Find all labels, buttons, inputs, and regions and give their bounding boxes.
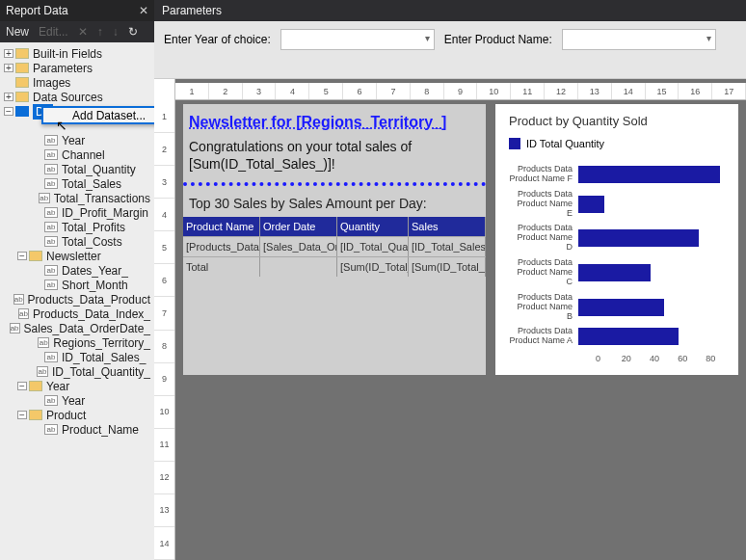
chart-bar-row: Products Data Product Name E bbox=[509, 190, 725, 219]
congrats-line2: [Sum(ID_Total_Sales_)]! bbox=[189, 156, 335, 172]
folder-icon bbox=[15, 92, 29, 102]
top30-heading[interactable]: Top 30 Sales by Sales Amount per Day: bbox=[183, 186, 486, 217]
panel-title: Report Data bbox=[6, 4, 139, 17]
tree-data-sources[interactable]: +Data Sources bbox=[0, 90, 154, 104]
tree-newsletter[interactable]: −Newsletter bbox=[0, 249, 154, 263]
tree-field[interactable]: abProduct_Name bbox=[0, 422, 154, 437]
tree-field[interactable]: abTotal_Sales bbox=[0, 176, 154, 191]
bar-label: Products Data Product Name D bbox=[509, 224, 578, 253]
folder-icon bbox=[15, 77, 29, 88]
bar bbox=[578, 264, 651, 281]
field-icon: ab bbox=[44, 395, 58, 406]
move-down-icon: ↓ bbox=[113, 25, 119, 39]
tree-field[interactable]: abProducts_Data_Product bbox=[0, 292, 154, 307]
tree-product[interactable]: −Product bbox=[0, 408, 154, 422]
vertical-ruler: 1234567891011121314 bbox=[154, 79, 175, 560]
chart-x-axis: 020406080 bbox=[584, 352, 725, 365]
design-surface[interactable]: 1234567891011121314151617 12345678910111… bbox=[154, 79, 746, 560]
tree-parameters[interactable]: +Parameters bbox=[0, 61, 154, 75]
report-data-panel: Report Data ✕ New Edit... ✕ ↑ ↓ ↻ +Built… bbox=[0, 0, 154, 560]
field-icon: ab bbox=[44, 424, 58, 435]
bar-label: Products Data Product Name B bbox=[509, 293, 578, 322]
field-icon: ab bbox=[18, 308, 29, 319]
cursor-icon: ↖ bbox=[56, 118, 67, 133]
congrats-line1: Congratulations on your total sales of bbox=[189, 139, 412, 154]
chart-legend: ID Total Quantity bbox=[509, 138, 725, 149]
param1-label: Enter Year of choice: bbox=[164, 29, 271, 46]
bar bbox=[578, 166, 720, 183]
parameters-bar: Enter Year of choice: Enter Product Name… bbox=[154, 21, 746, 79]
field-icon: ab bbox=[44, 207, 58, 218]
chart-title: Product by Quantity Sold bbox=[509, 114, 725, 128]
field-icon: ab bbox=[13, 294, 24, 305]
bar-label: Products Data Product Name C bbox=[509, 258, 578, 287]
sales-table[interactable]: Product Name Order Date Quantity Sales [… bbox=[183, 217, 486, 277]
tree-field[interactable]: abTotal_Costs bbox=[0, 234, 154, 249]
tree-field[interactable]: abChannel bbox=[0, 147, 154, 162]
tree-field[interactable]: abID_Total_Quantity_ bbox=[0, 364, 154, 379]
col-sales: Sales bbox=[409, 217, 486, 236]
close-icon[interactable]: ✕ bbox=[139, 4, 148, 17]
legend-swatch bbox=[509, 138, 520, 149]
table-header-row: Product Name Order Date Quantity Sales bbox=[183, 217, 486, 236]
tree-field[interactable]: abShort_Month bbox=[0, 278, 154, 292]
tree-field[interactable]: abTotal_Profits bbox=[0, 220, 154, 234]
report-data-tree: +Built-in Fields +Parameters Images +Dat… bbox=[0, 42, 154, 560]
tree-builtin-fields[interactable]: +Built-in Fields bbox=[0, 46, 154, 61]
chart-bar-row: Products Data Product Name B bbox=[509, 293, 725, 322]
tree-field[interactable]: abDates_Year_ bbox=[0, 263, 154, 278]
field-icon: ab bbox=[44, 265, 58, 276]
refresh-icon[interactable]: ↻ bbox=[128, 25, 138, 39]
folder-icon bbox=[15, 48, 29, 59]
field-icon: ab bbox=[39, 193, 50, 203]
table-row[interactable]: [Products_Data [Sales_Data_Or [ID_Total_… bbox=[183, 236, 486, 256]
tree-field[interactable]: abProducts_Data_Index_ bbox=[0, 307, 154, 321]
report-body[interactable]: Newsletter for [Regions_Territory_] Cong… bbox=[183, 104, 486, 375]
chart-bar-row: Products Data Product Name F bbox=[509, 165, 725, 184]
field-icon: ab bbox=[38, 337, 49, 348]
chart-bar-row: Products Data Product Name C bbox=[509, 258, 725, 287]
bar bbox=[578, 299, 664, 316]
tree-field[interactable]: abID_Profit_Margin bbox=[0, 205, 154, 220]
newsletter-title[interactable]: Newsletter for [Regions_Territory_] bbox=[183, 104, 486, 139]
tree-field[interactable]: abRegions_Territory_ bbox=[0, 335, 154, 350]
field-icon: ab bbox=[44, 178, 58, 189]
tree-field[interactable]: abYear bbox=[0, 393, 154, 408]
tree-field[interactable]: abID_Total_Sales_ bbox=[0, 350, 154, 364]
param1-input[interactable] bbox=[280, 29, 435, 50]
tree-field[interactable]: abTotal_Transactions bbox=[0, 191, 154, 205]
parameters-header: Parameters bbox=[154, 0, 746, 21]
new-button[interactable]: New bbox=[6, 25, 29, 39]
chart-bar-row: Products Data Product Name A bbox=[509, 327, 725, 346]
tree-year[interactable]: −Year bbox=[0, 379, 154, 393]
bar-label: Products Data Product Name A bbox=[509, 327, 578, 346]
field-icon: ab bbox=[44, 280, 58, 290]
col-orderdate: Order Date bbox=[260, 217, 337, 236]
bar bbox=[578, 328, 679, 345]
tree-field[interactable]: abSales_Data_OrderDate_ bbox=[0, 321, 154, 335]
move-up-icon: ↑ bbox=[97, 25, 103, 39]
field-icon: ab bbox=[10, 323, 20, 333]
param2-label: Enter Product Name: bbox=[444, 29, 552, 46]
folder-icon bbox=[29, 381, 42, 391]
chart-product-quantity[interactable]: Product by Quantity Sold ID Total Quanti… bbox=[495, 104, 738, 375]
tree-field[interactable]: abTotal_Quantity bbox=[0, 162, 154, 176]
tree-field[interactable]: abYear bbox=[0, 133, 154, 147]
field-icon: ab bbox=[44, 222, 58, 232]
field-icon: ab bbox=[37, 366, 48, 377]
edit-button: Edit... bbox=[39, 25, 68, 39]
field-icon: ab bbox=[44, 135, 58, 146]
tree-images[interactable]: Images bbox=[0, 75, 154, 90]
folder-icon bbox=[29, 410, 42, 420]
panel-toolbar: New Edit... ✕ ↑ ↓ ↻ bbox=[0, 21, 154, 42]
col-quantity: Quantity bbox=[337, 217, 409, 236]
field-icon: ab bbox=[44, 164, 58, 174]
param2-input[interactable] bbox=[562, 29, 716, 50]
field-icon: ab bbox=[44, 236, 58, 247]
chart-bars: Products Data Product Name FProducts Dat… bbox=[509, 165, 725, 346]
chart-bar-row: Products Data Product Name D bbox=[509, 224, 725, 253]
folder-icon bbox=[15, 63, 29, 73]
folder-icon bbox=[29, 251, 42, 261]
table-row[interactable]: Total [Sum(ID_Total_Q [Sum(ID_Total_ bbox=[183, 256, 486, 277]
congrats-text[interactable]: Congratulations on your total sales of [… bbox=[183, 139, 486, 186]
